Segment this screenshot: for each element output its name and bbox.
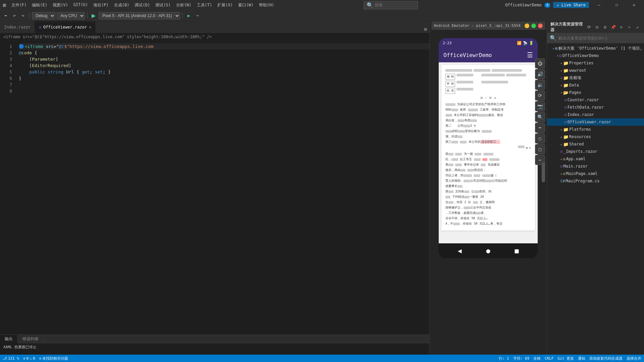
emulator-min-btn[interactable]: — xyxy=(525,23,529,28)
output-tab-output[interactable]: 输出 xyxy=(0,335,18,343)
toolbar-back-btn[interactable]: ⬅ xyxy=(2,12,9,19)
menu-git[interactable]: GIT(G) xyxy=(71,2,90,9)
se-mainpage-xaml[interactable]: ▸ ⊟ MainPage.xaml xyxy=(547,170,644,177)
emu-vol-up-btn[interactable]: 🔊 xyxy=(535,69,545,79)
output-tab-errors[interactable]: 错误列表 xyxy=(18,335,44,343)
se-imports-razor[interactable]: ⊡ _Imports.razor xyxy=(547,148,644,155)
se-filter-btn[interactable]: ⊟ xyxy=(594,24,600,31)
emu-circle-btn[interactable]: ○ xyxy=(535,133,545,143)
code-editor[interactable]: 1 2 3 4 5 6 7 8 🔵 <iframe src =" @( $" h… xyxy=(0,41,429,335)
status-add-codegen[interactable]: 添加嵌套代码生成器 xyxy=(589,356,623,361)
editor-panel-btn[interactable]: ⊟ xyxy=(422,25,429,33)
se-close2-btn[interactable]: ✕ xyxy=(626,24,633,31)
status-select-all[interactable]: 选择合并 xyxy=(627,356,641,361)
live-share-button[interactable]: ↗ Live Share xyxy=(553,2,589,8)
toolbar-more-btn[interactable]: ⋯ xyxy=(194,12,201,19)
emu-power-btn[interactable]: ⏻ xyxy=(535,58,545,68)
menu-debug[interactable]: 调试(D) xyxy=(132,2,152,9)
se-fetchdata-razor[interactable]: ⊡ FetchData.razor xyxy=(547,104,644,111)
menu-edit[interactable]: 编辑(E) xyxy=(30,2,49,9)
se-deps-folder[interactable]: ▸ 📁 依赖项 xyxy=(547,74,644,81)
se-expand-btn[interactable]: ↗ xyxy=(634,24,641,31)
se-counter-razor[interactable]: ⊡ Counter.razor xyxy=(547,96,644,104)
phone-content[interactable]: 编 制 审 核 批 准 第 一 章 ⚙ xyxy=(439,62,538,243)
se-data-folder[interactable]: ▸ 📁 Data xyxy=(547,81,644,89)
se-wwwroot-folder[interactable]: ▸ 📁 wwwroot xyxy=(547,67,644,74)
run-button[interactable]: ▶ xyxy=(90,12,97,19)
doc-blur-31 xyxy=(489,158,499,161)
menu-project[interactable]: 项目(P) xyxy=(91,2,111,9)
se-officeviewer-razor[interactable]: ⊡ OfficeViewer.razor xyxy=(547,118,644,126)
hamburger-icon[interactable]: ☰ xyxy=(527,51,533,59)
se-solution-item[interactable]: ▾ ⊞ 解决方案 'OfficeViewrDemo' (1 个项目, 共 1 个… xyxy=(547,45,644,52)
toolbar-redo-btn[interactable]: ↪ xyxy=(19,12,27,19)
se-mauiprogram-cs[interactable]: C# MauiProgram.cs xyxy=(547,177,644,185)
se-search[interactable]: 🔍 xyxy=(547,33,644,43)
emu-screenshot-btn[interactable]: 📷 xyxy=(535,101,545,111)
title-bar-right: OfficeViewrDemo 8 ↗ Live Share — ❐ ✕ xyxy=(505,0,641,10)
menu-analyze[interactable]: 分析(N) xyxy=(174,2,194,9)
doc-blur-18 xyxy=(445,130,452,133)
toolbar-run2-btn[interactable]: ▶ xyxy=(185,12,193,19)
back-nav-icon[interactable]: ◀ xyxy=(458,247,462,255)
home-nav-icon[interactable]: ● xyxy=(486,247,490,255)
se-pin-btn[interactable]: 📌 xyxy=(610,24,616,31)
tab-officeviewer-razor[interactable]: ⊡ OfficeViewer.razor ✕ xyxy=(35,21,96,33)
device-select[interactable]: Pixel 5 - API 31 (Android 12.0 - API 31) xyxy=(99,12,180,19)
menu-extensions[interactable]: 扩展(X) xyxy=(215,2,235,9)
se-fetchdata-razor-label: FetchData.razor xyxy=(568,105,604,110)
platform-select[interactable]: Any CPU xyxy=(57,12,85,19)
tab-close-icon[interactable]: ✕ xyxy=(89,25,91,29)
menu-build[interactable]: 生成(B) xyxy=(112,2,131,9)
emulator-max-btn[interactable]: □ xyxy=(531,23,536,28)
title-bar: ⊞ 文件(F) 编辑(E) 视图(V) GIT(G) 项目(P) 生成(B) 调… xyxy=(0,0,644,10)
code-content[interactable]: 🔵 <iframe src =" @( $" https://view.offi… xyxy=(15,41,429,335)
search-icon: 🔍 xyxy=(367,2,373,8)
maximize-button[interactable]: ❐ xyxy=(609,0,624,10)
debug-mode-select[interactable]: Debug xyxy=(32,12,55,19)
emu-zoom-btn[interactable]: 🔍 xyxy=(535,112,545,122)
se-platforms-folder[interactable]: ▸ 📁 Platforms xyxy=(547,126,644,133)
status-notifications[interactable]: 通知 xyxy=(578,356,585,361)
emu-vol-down-btn[interactable]: 🔉 xyxy=(535,80,545,90)
menu-test[interactable]: 测试(S) xyxy=(153,2,173,9)
menu-window[interactable]: 窗口(W) xyxy=(236,2,256,9)
emulator-scroll-handle[interactable] xyxy=(542,162,545,182)
se-folder-icon-pages: 📂 xyxy=(563,90,569,95)
status-errors[interactable]: ⊘ 0 ⚠ 0 xyxy=(23,356,35,361)
status-git-icon[interactable]: ⎇ 131 % xyxy=(3,356,19,361)
status-git-changes[interactable]: Git 更改 xyxy=(558,356,574,361)
emu-rotate-btn[interactable]: ⟳ xyxy=(535,90,545,101)
se-search-input[interactable] xyxy=(558,36,641,41)
doc-line-1: 为保证公司正常的生产秩序和工作秩 xyxy=(445,102,531,107)
minimize-button[interactable]: — xyxy=(592,0,606,10)
recent-nav-icon[interactable]: ■ xyxy=(515,247,519,255)
se-properties-folder[interactable]: ▸ 📁 Properties xyxy=(547,59,644,67)
toolbar-undo-btn[interactable]: ↩ xyxy=(11,12,18,19)
status-no-related[interactable]: ⊙ 未找到相关问题 xyxy=(39,356,68,361)
se-resources-folder[interactable]: ▸ 📁 Resources xyxy=(547,133,644,140)
menu-file[interactable]: 文件(F) xyxy=(9,2,29,9)
title-bar-search-input[interactable] xyxy=(375,3,415,7)
emu-square-btn[interactable]: □ xyxy=(535,144,545,154)
code-editorrequired: EditorRequired xyxy=(32,62,69,69)
menu-view[interactable]: 视图(V) xyxy=(51,2,70,9)
se-app-xaml[interactable]: ▸ ⊟ App.xaml xyxy=(547,155,644,163)
menu-help[interactable]: 帮助(H) xyxy=(257,2,276,9)
close-button[interactable]: ✕ xyxy=(627,0,641,10)
phone-status-bar: 2:23 📶 📡 🔋 xyxy=(439,38,538,48)
emu-back-btn[interactable]: ⬅ xyxy=(535,123,545,133)
se-sync-btn[interactable]: ⟳ xyxy=(586,24,592,31)
tab-index-razor[interactable]: Index.razor xyxy=(0,21,35,33)
se-shared-folder[interactable]: ▸ 📁 Shared xyxy=(547,140,644,148)
status-col: 字符: 69 xyxy=(513,356,530,361)
se-main-razor[interactable]: ⊡ Main.razor xyxy=(547,163,644,170)
se-settings-btn[interactable]: ⚙ xyxy=(618,24,625,31)
menu-tools[interactable]: 工具(T) xyxy=(195,2,214,9)
se-collapse-btn[interactable]: ⊞ xyxy=(602,24,608,31)
emulator-close-btn[interactable]: ✕ xyxy=(538,23,543,28)
se-index-razor[interactable]: ⊡ Index.razor xyxy=(547,111,644,118)
se-project-item[interactable]: ▾ ⊡ OfficeViewrDemo xyxy=(547,52,644,59)
title-bar-search-box[interactable]: 🔍 xyxy=(364,1,418,9)
se-pages-folder[interactable]: ▾ 📂 Pages xyxy=(547,89,644,96)
